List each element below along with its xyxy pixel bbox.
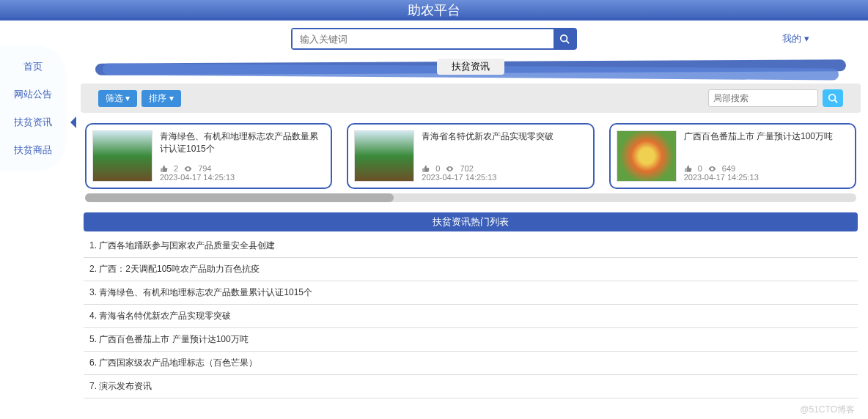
my-dropdown[interactable]: 我的 ▾ — [782, 32, 809, 45]
list-item[interactable]: 6. 广西国家级农产品地理标志（百色芒果） — [84, 352, 858, 375]
sidebar-item-home[interactable]: 首页 — [0, 53, 66, 81]
filter-button[interactable]: 筛选 ▾ — [98, 90, 137, 107]
hot-list: 1. 广西各地踊跃参与国家农产品质量安全县创建 2. 广西：2天调配105吨农产… — [81, 234, 861, 398]
card-image — [354, 130, 414, 182]
card-title: 广西百色番茄上市 产量预计达100万吨 — [684, 130, 849, 143]
list-item[interactable]: 5. 广西百色番茄上市 产量预计达100万吨 — [84, 328, 858, 352]
news-card[interactable]: 青海绿色、有机和地理标志农产品数量累计认证1015个 2 794 2023-04… — [85, 123, 332, 189]
app-title: 助农平台 — [408, 3, 460, 18]
card-date: 2023-04-17 14:25:13 — [422, 173, 586, 182]
list-item[interactable]: 7. 演示发布资讯 — [84, 375, 858, 398]
card-stats: 0 649 — [684, 164, 849, 173]
section-title: 扶贫资讯 — [437, 59, 504, 75]
page-header: 助农平台 — [0, 0, 868, 21]
horizontal-scrollbar[interactable] — [85, 193, 856, 202]
svg-point-0 — [561, 35, 567, 42]
main-content: 扶贫资讯 筛选 ▾ 排序 ▾ 青海绿色、有机和地理标志农产品数量累计认证1015… — [81, 57, 861, 419]
list-item[interactable]: 2. 广西：2天调配105吨农产品助力百色抗疫 — [84, 258, 858, 281]
svg-line-3 — [835, 100, 838, 103]
sidebar-item-news[interactable]: 扶贫资讯 — [0, 108, 66, 136]
sort-button[interactable]: 排序 ▾ — [141, 90, 180, 107]
card-date: 2023-04-17 14:25:13 — [684, 173, 849, 182]
card-stats: 2 794 — [160, 164, 325, 173]
thumb-icon — [684, 165, 692, 173]
scroll-thumb[interactable] — [85, 193, 394, 202]
search-row: 我的 ▾ — [0, 21, 868, 57]
card-title: 青海绿色、有机和地理标志农产品数量累计认证1015个 — [160, 130, 325, 155]
local-search — [708, 89, 843, 107]
list-item[interactable]: 1. 广西各地踊跃参与国家农产品质量安全县创建 — [84, 234, 858, 258]
local-search-input[interactable] — [708, 89, 818, 107]
news-card[interactable]: 广西百色番茄上市 产量预计达100万吨 0 649 2023-04-17 14:… — [609, 123, 856, 189]
search-input[interactable] — [293, 29, 553, 48]
sidebar-item-announcement[interactable]: 网站公告 — [0, 81, 66, 108]
list-item[interactable]: 3. 青海绿色、有机和地理标志农产品数量累计认证1015个 — [84, 281, 858, 305]
thumb-icon — [160, 165, 168, 173]
eye-icon — [708, 165, 716, 173]
search-icon — [828, 93, 838, 103]
list-item[interactable]: 4. 青海省名特优新农产品实现零突破 — [84, 305, 858, 328]
eye-icon — [184, 165, 192, 173]
filter-buttons: 筛选 ▾ 排序 ▾ — [98, 90, 181, 107]
section-ribbon: 扶贫资讯 — [81, 57, 861, 82]
hot-list-header: 扶贫资讯热门列表 — [84, 212, 858, 231]
local-search-button[interactable] — [823, 89, 843, 107]
sidebar-item-products[interactable]: 扶贫商品 — [0, 136, 66, 164]
search-button[interactable] — [553, 29, 575, 48]
search-icon — [559, 34, 570, 44]
card-image — [617, 130, 677, 182]
card-image — [92, 130, 152, 182]
eye-icon — [446, 165, 454, 173]
card-title: 青海省名特优新农产品实现零突破 — [422, 130, 586, 143]
sidebar: 首页 网站公告 扶贫资讯 扶贫商品 — [0, 45, 66, 171]
thumb-icon — [422, 165, 430, 173]
svg-point-2 — [829, 94, 836, 101]
toolbar: 筛选 ▾ 排序 ▾ — [81, 84, 861, 113]
svg-line-1 — [567, 41, 570, 44]
card-date: 2023-04-17 14:25:13 — [160, 173, 325, 182]
card-stats: 0 702 — [422, 164, 586, 173]
card-row: 青海绿色、有机和地理标志农产品数量累计认证1015个 2 794 2023-04… — [81, 123, 861, 189]
news-card[interactable]: 青海省名特优新农产品实现零突破 0 702 2023-04-17 14:25:1… — [347, 123, 594, 189]
search-box — [291, 28, 577, 50]
watermark: @51CTO博客 — [800, 404, 855, 416]
